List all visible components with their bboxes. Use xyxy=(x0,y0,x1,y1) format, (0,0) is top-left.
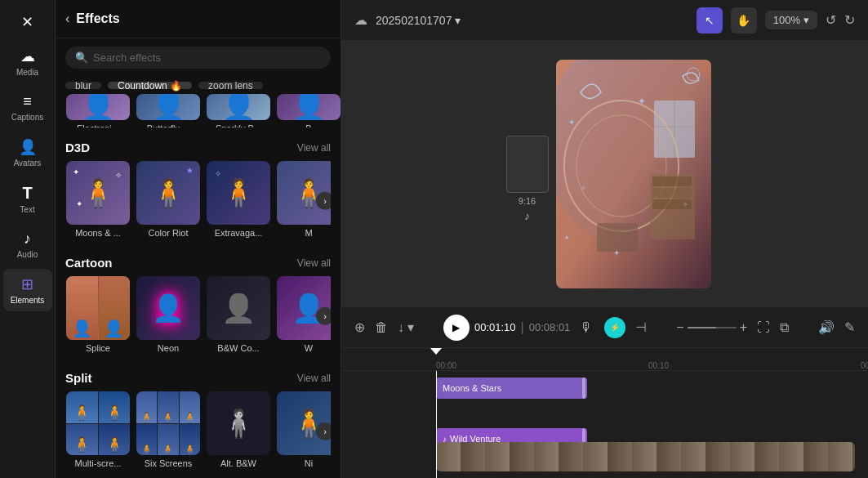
svg-rect-11 xyxy=(597,223,638,252)
search-bar[interactable]: 🔍 xyxy=(65,47,331,69)
captions-icon: ≡ xyxy=(23,93,32,110)
zoom-button[interactable]: 100% ▾ xyxy=(765,11,817,29)
logo-icon: ✕ xyxy=(21,13,33,31)
effect-d3d-4-label: M xyxy=(276,228,331,238)
sidebar: ✕ ☁ Media ≡ Captions 👤 Avatars T Text ♪ … xyxy=(0,0,56,478)
filter-countdown-label: Countdown 🔥 xyxy=(118,80,182,92)
crop-button[interactable]: ⊕ xyxy=(354,319,365,335)
search-input[interactable] xyxy=(93,51,321,64)
effect-moons-stars[interactable]: 🧍 ✦ ✧ ✦ Moons & ... xyxy=(65,161,131,238)
effect-six-screens[interactable]: 🧍 🧍 🧍 🧍 🧍 🧍 Six Screens xyxy=(136,391,201,468)
effect-electronic[interactable]: 👤 Electroni... xyxy=(65,94,131,127)
download-button[interactable]: ↓ ▾ xyxy=(398,319,414,335)
cloud-button[interactable]: ☁ xyxy=(354,12,367,28)
filter-countdown[interactable]: Countdown 🔥 xyxy=(108,82,192,89)
effect-electronic-label: Electroni... xyxy=(65,123,131,127)
split-view-all[interactable]: View all xyxy=(297,373,331,384)
svg-text:★: ★ xyxy=(564,235,569,240)
undo-button[interactable]: ↺ xyxy=(826,12,836,28)
cartoon-view-all[interactable]: View all xyxy=(297,257,331,269)
pip-button[interactable]: ⧉ xyxy=(780,320,789,335)
timeline-playhead xyxy=(436,371,437,478)
cursor-button[interactable]: ↖ xyxy=(697,7,723,34)
mic-button[interactable]: 🎙 xyxy=(580,320,593,335)
clip-moons-label: Moons & Stars xyxy=(443,383,501,393)
split-title: Split xyxy=(65,371,92,385)
d3d-title: D3D xyxy=(65,141,90,154)
sidebar-item-avatars[interactable]: 👤 Avatars xyxy=(3,132,52,174)
edit-button[interactable]: ✎ xyxy=(844,319,855,335)
zoom-minus-button[interactable]: − xyxy=(676,320,683,335)
effect-b-partial[interactable]: 👤 B xyxy=(276,94,341,127)
fullscreen-button[interactable]: ⛶ xyxy=(757,320,770,335)
effect-color-riot[interactable]: 🧍 ★ Color Riot xyxy=(136,161,201,238)
play-button[interactable]: ▶ xyxy=(443,315,470,341)
timecode-display: ▶ 00:01:10 | 00:08:01 xyxy=(443,315,570,341)
zoom-plus-button[interactable]: + xyxy=(740,320,747,335)
split-effects-row: 🧍 🧍 🧍 🧍 Multi-scre... 🧍 🧍 🧍 🧍 🧍 xyxy=(65,391,331,475)
zoom-slider[interactable] xyxy=(688,327,737,328)
preview-thumb-box xyxy=(506,136,549,193)
delete-button[interactable]: 🗑 xyxy=(375,320,388,335)
cartoon-next-btn[interactable]: › xyxy=(316,307,331,325)
d3d-next-btn[interactable]: › xyxy=(316,192,331,210)
ai-button[interactable]: ⚡ xyxy=(604,317,625,338)
effect-color-riot-label: Color Riot xyxy=(136,228,201,238)
sidebar-item-text[interactable]: T Text xyxy=(3,177,52,221)
back-button[interactable]: ‹ xyxy=(65,11,69,26)
effect-bw-co[interactable]: 👤 B&W Co... xyxy=(206,276,271,353)
split-next-btn[interactable]: › xyxy=(316,422,331,440)
redo-button[interactable]: ↻ xyxy=(844,12,855,28)
volume-button[interactable]: 🔊 xyxy=(818,319,835,335)
sidebar-text-label: Text xyxy=(20,205,34,214)
effect-alt-bw-label: Alt. B&W xyxy=(206,458,271,468)
effect-split-4-label: Ni xyxy=(276,458,331,468)
effect-neon-label: Neon xyxy=(136,343,201,353)
sidebar-item-elements[interactable]: ⊞ Elements xyxy=(3,269,52,311)
ruler-mark-10: 00:10 xyxy=(648,361,669,370)
effect-sparklyb[interactable]: 👤 Sparkly B... xyxy=(206,94,271,127)
sidebar-elements-label: Elements xyxy=(11,296,45,305)
effect-multiscr-label: Multi-scre... xyxy=(65,458,131,468)
effect-bw-label: B&W Co... xyxy=(206,343,271,353)
effect-b-label: B xyxy=(276,123,341,127)
clip-handle-moons[interactable] xyxy=(582,377,585,399)
d3d-effects-row: 🧍 ✦ ✧ ✦ Moons & ... 🧍 ★ Color Riot 🧍 ✧ xyxy=(65,161,331,244)
d3d-view-all[interactable]: View all xyxy=(297,142,331,154)
effect-six-screens-label: Six Screens xyxy=(136,458,201,468)
timeline-ruler: 00:00 00:10 00:20 xyxy=(341,348,868,371)
section-cartoon: Cartoon View all 👤 👤 Splice 👤 Neon xyxy=(56,248,341,363)
svg-text:✦: ✦ xyxy=(568,118,575,127)
sidebar-logo[interactable]: ✕ xyxy=(3,7,52,38)
audio-icon: ♪ xyxy=(24,230,31,248)
effect-splice-label: Splice xyxy=(65,343,131,353)
effect-splice[interactable]: 👤 👤 Splice xyxy=(65,276,131,353)
preview-left: 9:16 ♪ xyxy=(499,126,556,222)
filter-blur[interactable]: blur xyxy=(65,82,101,89)
preview-ratio: 9:16 xyxy=(519,196,536,206)
download-icon: ↓ xyxy=(398,320,404,335)
time-total: 00:08:01 xyxy=(529,321,571,333)
sidebar-item-audio[interactable]: ♪ Audio xyxy=(3,224,52,266)
split-button[interactable]: ⊣ xyxy=(635,319,647,335)
effect-butterfly[interactable]: 👤 Butterfly ... xyxy=(136,94,201,127)
effect-neon[interactable]: 👤 Neon xyxy=(136,276,201,353)
effect-extravaganza[interactable]: 🧍 ✧ Extravaga... xyxy=(206,161,271,238)
sidebar-captions-label: Captions xyxy=(11,113,43,122)
search-icon: 🔍 xyxy=(75,51,88,64)
sidebar-item-captions[interactable]: ≡ Captions xyxy=(3,87,52,128)
svg-text:✧: ✧ xyxy=(581,185,586,192)
d3d-header: D3D View all xyxy=(65,141,331,154)
cartoon-effects-row: 👤 👤 Splice 👤 Neon 👤 B&W Co... xyxy=(65,276,331,360)
filter-zoom[interactable]: zoom lens xyxy=(198,82,263,89)
preview-video: ✦ ✧ ✦ ✧ ✦ ★ xyxy=(556,60,711,288)
effect-multiscr[interactable]: 🧍 🧍 🧍 🧍 Multi-scre... xyxy=(65,391,131,468)
project-name[interactable]: 202502101707 ▾ xyxy=(376,14,461,27)
effects-panel: ‹ Effects 🔍 blur Countdown 🔥 zoom lens 👤… xyxy=(56,0,341,478)
effect-alt-bw[interactable]: 🧍 Alt. B&W xyxy=(206,391,271,468)
video-track[interactable] xyxy=(436,442,855,471)
clip-moons-stars[interactable]: Moons & Stars xyxy=(436,377,587,399)
hand-button[interactable]: ✋ xyxy=(731,7,757,34)
sidebar-item-media[interactable]: ☁ Media xyxy=(3,41,52,83)
split-header: Split View all xyxy=(65,371,331,385)
